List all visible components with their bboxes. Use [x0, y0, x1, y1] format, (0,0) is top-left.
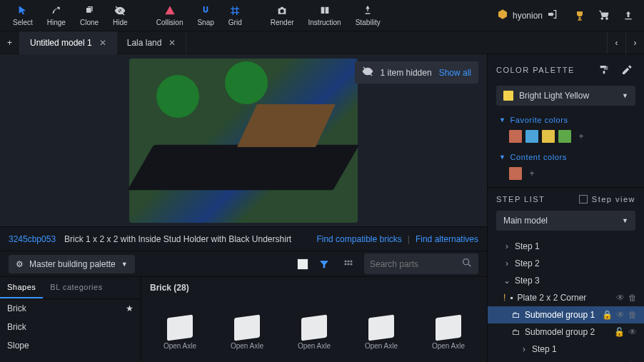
color-palette-title: COLOR PALETTE [496, 66, 575, 74]
viewport-3d[interactable]: 1 item hidden Show all [0, 54, 487, 226]
camera-icon [276, 4, 288, 17]
color-square[interactable] [297, 258, 308, 270]
collision-tool[interactable]: Collision [151, 3, 189, 28]
close-icon[interactable]: ✕ [99, 38, 106, 48]
show-all-link[interactable]: Show all [439, 68, 471, 78]
cart-icon[interactable] [595, 7, 613, 24]
brick-thumb [167, 314, 193, 341]
color-swatch[interactable] [509, 130, 522, 143]
add-content-color-icon[interactable]: + [525, 167, 538, 180]
tab-lala-land[interactable]: Lala land ✕ [117, 31, 187, 54]
clone-tool[interactable]: Clone [74, 3, 104, 28]
grid-tool[interactable]: Grid [223, 3, 248, 28]
favorites-header[interactable]: ▼Favorite colors [488, 113, 644, 127]
current-color-dropdown[interactable]: Bright Light Yellow ▼ [496, 86, 635, 106]
step-node[interactable]: ⌄Step 3 [488, 272, 644, 289]
brick-thumb [234, 314, 260, 341]
color-swatch[interactable] [558, 130, 571, 143]
color-swatch[interactable] [509, 167, 522, 180]
snap-label: Snap [197, 19, 213, 26]
group-node[interactable]: 🗀 Submodel group 1 🔒👁🗑 [488, 306, 644, 323]
shapes-tab[interactable]: Shapes [0, 277, 43, 298]
add-tab-button[interactable]: + [0, 31, 20, 54]
chevron-down-icon: ▼ [622, 92, 628, 99]
user-pill[interactable]: hyonion [491, 6, 564, 25]
palette-dropdown[interactable]: ⚙ Master building palette ▼ [9, 255, 135, 273]
group-node[interactable]: 🗀 stylish submodel here y... 🔒 [488, 358, 644, 362]
tab-prev[interactable]: ‹ [607, 31, 625, 54]
group-node[interactable]: 🗀 Submodel group 2 🔓👁 [488, 323, 644, 341]
instruction-tool[interactable]: Instruction [303, 3, 347, 28]
close-icon[interactable]: ✕ [168, 38, 176, 48]
palette-bar: ⚙ Master building palette ▼ [0, 251, 487, 276]
select-tool[interactable]: Select [7, 3, 39, 28]
brick-grid-header: Brick (28) [141, 277, 487, 298]
eye-off-icon[interactable]: 👁 [616, 293, 625, 303]
part-node[interactable]: ! ▪ Plate 2 x 2 Corner 👁🗑 [488, 289, 644, 306]
step-node[interactable]: ›Step 2 [488, 255, 644, 272]
filter-icon[interactable] [316, 256, 333, 273]
stability-tool[interactable]: Stability [350, 3, 386, 28]
hinge-label: Hinge [47, 19, 66, 26]
grid-view-icon[interactable] [340, 256, 357, 273]
render-tool[interactable]: Render [265, 3, 300, 28]
step-tree: ›Step 1 ›Step 2 ⌄Step 3 ! ▪ Plate 2 x 2 … [488, 238, 644, 362]
trash-icon[interactable]: 🗑 [628, 310, 637, 320]
model-dropdown[interactable]: Main model ▼ [496, 211, 635, 231]
trash-icon[interactable]: 🗑 [628, 293, 637, 303]
part-id: 3245cbp053 [9, 234, 56, 244]
tab-next[interactable]: › [625, 31, 644, 54]
tab-model-1[interactable]: Untitled model 1 ✕ [20, 31, 117, 54]
instruction-label: Instruction [308, 19, 341, 26]
step-node[interactable]: ›Step 1 [488, 238, 644, 255]
step-view-toggle[interactable]: Step view [579, 195, 635, 203]
lock-open-icon[interactable]: 🔓 [614, 327, 625, 337]
brick-item[interactable]: Open Axle [283, 298, 346, 350]
stability-label: Stability [356, 19, 381, 26]
color-palette-header: COLOR PALETTE [488, 54, 644, 86]
color-swatch[interactable] [525, 130, 538, 143]
trophy-icon[interactable] [571, 7, 588, 24]
collision-icon [163, 4, 176, 17]
eye-off-icon[interactable]: 👁 [628, 327, 637, 337]
find-alternatives-link[interactable]: Find alternatives [416, 234, 478, 244]
hide-tool[interactable]: Hide [107, 3, 134, 28]
brick-grid-panel: Brick (28) Open Axle Open Axle Open Axle… [141, 277, 487, 362]
add-favorite-icon[interactable]: + [575, 130, 588, 143]
brick-item[interactable]: Open Axle [417, 298, 480, 350]
brick-item[interactable]: Open Axle [216, 298, 278, 350]
find-compatible-link[interactable]: Find compatible bricks [316, 234, 401, 244]
tab-bar: + Untitled model 1 ✕ Lala land ✕ ‹ › [0, 31, 644, 54]
chevron-down-icon: ▼ [121, 261, 128, 268]
shape-row[interactable]: Brick★ [0, 299, 141, 318]
step-node[interactable]: ›Step 1 [488, 341, 644, 358]
hinge-icon [50, 4, 63, 17]
star-icon: ★ [126, 303, 134, 313]
hinge-tool[interactable]: Hinge [41, 3, 71, 28]
color-swatch[interactable] [542, 130, 555, 143]
toolbar: Select Hinge Clone Hide Collision Snap G… [0, 0, 644, 31]
step-list-header: STEP LIST Step view [488, 188, 644, 211]
eyedropper-icon[interactable] [618, 61, 635, 79]
hide-icon [114, 4, 126, 17]
shape-row[interactable]: Brick [0, 318, 141, 336]
search-field[interactable] [370, 259, 457, 269]
hidden-items-pill: 1 item hidden Show all [355, 61, 478, 84]
shapes-panel: Shapes BL categories Brick★ Brick Slope [0, 277, 141, 362]
search-parts-input[interactable] [364, 253, 478, 274]
shape-row[interactable]: Slope [0, 336, 141, 355]
select-label: Select [13, 19, 33, 26]
brick-item[interactable]: Open Axle [149, 298, 211, 350]
brick-thumb [436, 314, 461, 341]
folder-icon: 🗀 [512, 310, 520, 320]
brick-item[interactable]: Open Axle [350, 298, 413, 350]
snap-tool[interactable]: Snap [191, 3, 219, 28]
lock-icon[interactable]: 🔒 [602, 310, 613, 320]
content-colors-header[interactable]: ▼Content colors [488, 150, 644, 164]
warning-icon: ! [503, 293, 505, 303]
eye-off-icon[interactable]: 👁 [616, 310, 625, 320]
paint-roller-icon[interactable] [595, 61, 613, 79]
bl-categories-tab[interactable]: BL categories [43, 277, 109, 298]
upload-icon[interactable] [620, 7, 637, 24]
part-icon: ▪ [510, 293, 513, 303]
